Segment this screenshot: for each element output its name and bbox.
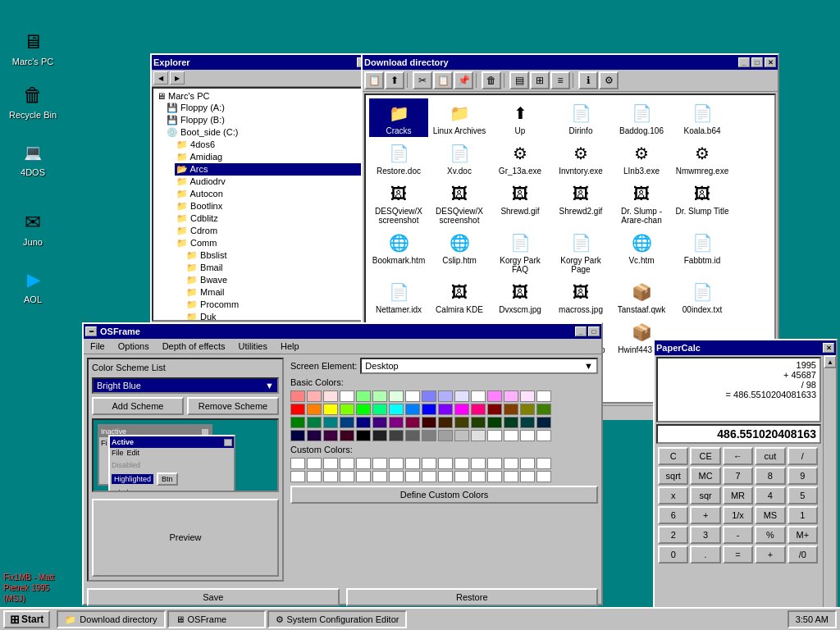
color-cell[interactable] — [422, 417, 436, 428]
color-cell[interactable] — [405, 430, 420, 441]
tree-item-cdblitz[interactable]: 📁 Cdblitz — [175, 212, 367, 225]
color-cell[interactable] — [504, 390, 518, 402]
color-cell[interactable] — [290, 430, 305, 441]
custom-color-cell[interactable] — [454, 458, 469, 469]
color-cell[interactable] — [307, 417, 322, 428]
file-icon[interactable]: ⚙Nmwmreg.exe — [673, 139, 732, 177]
calc-btn-3[interactable]: 3 — [690, 526, 720, 544]
file-icon[interactable]: 📁Linux Archives — [430, 98, 489, 137]
color-cell[interactable] — [422, 390, 436, 402]
color-cell[interactable] — [536, 430, 551, 441]
osframe-menu-file[interactable]: File — [84, 340, 112, 353]
calc-btn-ce[interactable]: CE — [690, 447, 720, 465]
custom-color-cell[interactable] — [389, 458, 404, 469]
color-cell[interactable] — [487, 417, 502, 428]
tree-item-amidiag[interactable]: 📁 Amidiag — [175, 151, 367, 163]
calc-btn-divzero[interactable]: /0 — [788, 546, 818, 564]
color-cell[interactable] — [323, 404, 338, 415]
file-icon[interactable]: 🖼macross.jpg — [551, 277, 610, 316]
custom-color-cell[interactable] — [356, 458, 371, 469]
tree-item-bootlinx[interactable]: 📁 Bootlinx — [175, 200, 367, 212]
file-icon[interactable]: 🖼Shrewd.gif — [491, 179, 550, 226]
file-icon[interactable]: 📄Dirinfo — [551, 98, 610, 137]
calc-btn-8[interactable]: 8 — [755, 467, 785, 485]
download-dir-maximize-btn[interactable]: □ — [751, 57, 763, 67]
desktop-icon-recycle-bin[interactable]: 🗑 Recycle Bin — [7, 82, 59, 120]
color-cell[interactable] — [536, 417, 551, 428]
calc-btn-1[interactable]: 1 — [788, 506, 818, 524]
restore-btn[interactable]: Restore — [346, 588, 599, 606]
calc-btn-0[interactable]: 0 — [658, 546, 688, 564]
custom-color-cell[interactable] — [536, 458, 551, 469]
color-cell[interactable] — [487, 430, 502, 441]
calc-btn-9[interactable]: 9 — [788, 467, 818, 485]
color-cell[interactable] — [340, 390, 354, 402]
toolbar-btn-cut[interactable]: ✂ — [413, 71, 432, 89]
color-cell[interactable] — [290, 417, 305, 428]
taskbar-item-osframe[interactable]: 🖥 OSFrame — [167, 610, 266, 628]
calc-btn-ms[interactable]: MS — [755, 506, 785, 524]
toolbar-btn-copy[interactable]: 📋 — [433, 71, 453, 89]
color-cell[interactable] — [520, 404, 535, 415]
tree-item-audiodrv[interactable]: 📁 Audiodrv — [175, 176, 367, 188]
custom-color-cell[interactable] — [487, 471, 502, 482]
color-cell[interactable] — [471, 390, 486, 402]
tree-item-4dos6[interactable]: 📁 4dos6 — [175, 139, 367, 151]
color-cell[interactable] — [471, 404, 486, 415]
tree-item-bmail[interactable]: 📁 Bmail — [185, 262, 367, 274]
tree-item-floppya[interactable]: 💾 Floppy (A:) — [165, 102, 367, 114]
color-cell[interactable] — [356, 404, 371, 415]
remove-scheme-btn[interactable]: Remove Scheme — [187, 397, 279, 415]
file-icon[interactable]: 📄Korgy Park FAQ — [491, 228, 550, 276]
custom-color-cell[interactable] — [307, 458, 322, 469]
color-cell[interactable] — [520, 390, 535, 402]
custom-color-cell[interactable] — [290, 471, 305, 482]
calc-btn-minus[interactable]: - — [723, 526, 753, 544]
custom-color-cell[interactable] — [504, 471, 518, 482]
color-cell[interactable] — [520, 417, 535, 428]
toolbar-btn-view3[interactable]: ≡ — [550, 71, 570, 89]
color-cell[interactable] — [356, 390, 371, 402]
file-icon[interactable]: 📄Korgy Park Page — [551, 228, 610, 276]
color-cell[interactable] — [307, 404, 322, 415]
color-cell[interactable] — [405, 417, 420, 428]
color-cell[interactable] — [372, 417, 387, 428]
file-icon[interactable]: ⚙Gr_13a.exe — [491, 139, 550, 177]
custom-color-cell[interactable] — [372, 458, 387, 469]
custom-color-cell[interactable] — [438, 458, 453, 469]
desktop-icon-juno[interactable]: ✉ Juno — [7, 209, 59, 247]
calc-btn-inv[interactable]: 1/x — [723, 506, 753, 524]
taskbar-item-sysconfig[interactable]: ⚙ System Configuration Editor — [267, 610, 408, 628]
custom-color-cell[interactable] — [307, 471, 322, 482]
custom-color-cell[interactable] — [340, 471, 354, 482]
color-cell[interactable] — [323, 417, 338, 428]
osframe-menu-help[interactable]: Help — [274, 340, 306, 353]
file-icon[interactable]: ⚙LInb3.exe — [612, 139, 671, 177]
tree-item-bootside[interactable]: 💿 Boot_side (C:) — [165, 126, 367, 139]
file-icon[interactable]: 📄Koala.b64 — [673, 98, 732, 137]
color-cell[interactable] — [340, 430, 354, 441]
add-scheme-btn[interactable]: Add Scheme — [92, 397, 184, 415]
custom-color-cell[interactable] — [471, 471, 486, 482]
color-cell[interactable] — [438, 404, 453, 415]
calc-btn-plus[interactable]: + — [690, 506, 720, 524]
toolbar-btn-prop[interactable]: ℹ — [578, 71, 598, 89]
custom-color-cell[interactable] — [405, 458, 420, 469]
color-cell[interactable] — [372, 390, 387, 402]
color-cell[interactable] — [536, 404, 551, 415]
color-cell[interactable] — [307, 430, 322, 441]
explorer-back-btn[interactable]: ◀ — [153, 71, 168, 84]
tree-item-cdrom[interactable]: 📁 Cdrom — [175, 225, 367, 237]
color-cell[interactable] — [307, 390, 322, 402]
color-cell[interactable] — [438, 430, 453, 441]
color-cell[interactable] — [520, 430, 535, 441]
calc-btn-6[interactable]: 6 — [658, 506, 688, 524]
tree-item-duk[interactable]: 📁 Duk — [185, 311, 367, 322]
file-icon[interactable]: 📄Restore.doc — [369, 139, 428, 177]
tree-item-arcs[interactable]: 📂 Arcs — [175, 163, 367, 176]
custom-color-cell[interactable] — [323, 471, 338, 482]
color-cell[interactable] — [422, 404, 436, 415]
osframe-minimize-btn[interactable]: _ — [575, 326, 587, 336]
tree-item-procomm[interactable]: 📁 Procomm — [185, 299, 367, 311]
custom-color-cell[interactable] — [290, 458, 305, 469]
